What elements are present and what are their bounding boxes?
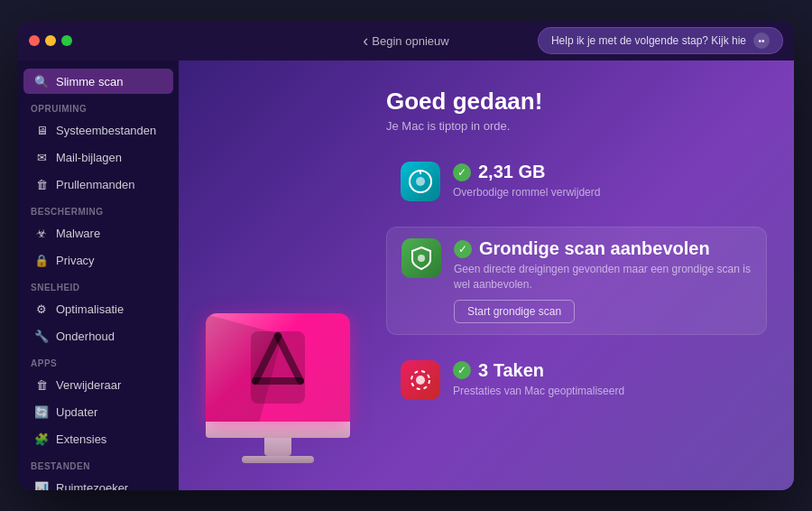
traffic-lights [29, 35, 72, 46]
sidebar-item-privacy[interactable]: 🔒 Privacy [23, 247, 173, 273]
verwijderaar-icon: 🗑 [34, 377, 49, 392]
storage-result-content: ✓ 2,31 GB Overbodige rommel verwijderd [453, 162, 752, 200]
prullenmanden-icon: 🗑 [34, 177, 49, 191]
tasks-description: Prestaties van Mac geoptimaliseerd [453, 384, 752, 399]
main-window: Begin opnieuw Help ik je met de volgende… [18, 21, 794, 490]
section-opruiming: Opruiming [18, 95, 179, 116]
sidebar-item-ruimtezoeker[interactable]: 📊 Ruimtezoeker [23, 475, 173, 490]
scan-title: Grondige scan aanbevolen [479, 238, 710, 259]
cleanmymac-logo-icon [242, 327, 314, 408]
sidebar-label-updater: Updater [56, 405, 97, 419]
scan-icon [401, 238, 441, 278]
sidebar-label-prullenmanden: Prullenmanden [56, 178, 134, 191]
extensies-icon: 🧩 [34, 432, 49, 446]
tasks-icon [401, 360, 440, 400]
tasks-result-content: ✓ 3 Taken Prestaties van Mac geoptimalis… [453, 360, 752, 399]
scan-result-header: ✓ Grondige scan aanbevolen [454, 238, 752, 259]
section-snelheid: Snelheid [18, 274, 179, 295]
svg-point-5 [416, 177, 425, 186]
main-content: 🔍 Slimme scan Opruiming 🖥 Systeembestand… [18, 60, 794, 490]
privacy-icon: 🔒 [34, 253, 49, 267]
shield-icon [409, 246, 434, 271]
titlebar: Begin opnieuw Help ik je met de volgende… [18, 21, 794, 60]
sidebar-item-systeembestanden[interactable]: 🖥 Systeembestanden [23, 117, 173, 143]
close-button[interactable] [29, 35, 40, 46]
back-button[interactable]: Begin opnieuw [363, 33, 448, 49]
sidebar-label-ruimtezoeker: Ruimtezoeker [56, 481, 128, 491]
sidebar-label-extensies: Extensies [56, 432, 106, 446]
scan-description: Geen directe dreigingen gevonden maar ee… [454, 262, 752, 293]
result-item-tasks: ✓ 3 Taken Prestaties van Mac geoptimalis… [386, 349, 767, 411]
malware-icon: ☣ [34, 226, 49, 240]
sidebar-label-privacy: Privacy [56, 254, 95, 267]
content-area: Goed gedaan! Je Mac is tiptop in orde. ✓ [179, 60, 794, 490]
sidebar-item-optimalisatie[interactable]: ⚙ Optimalisatie [23, 296, 173, 321]
section-apps: Apps [18, 349, 179, 371]
gear-icon [408, 367, 433, 393]
svg-point-8 [416, 376, 425, 385]
svg-point-7 [418, 255, 425, 262]
mail-bijlagen-icon: ✉ [34, 150, 49, 164]
onderhoud-icon: 🔧 [34, 329, 49, 343]
result-item-scan: ✓ Grondige scan aanbevolen Geen directe … [386, 227, 767, 335]
sidebar-item-onderhoud[interactable]: 🔧 Onderhoud [23, 323, 173, 348]
help-label: Help ik je met de volgende stap? Kijk hi… [551, 34, 746, 47]
section-bescherming: Bescherming [18, 198, 179, 219]
help-button[interactable]: Help ik je met de volgende stap? Kijk hi… [538, 27, 783, 54]
sidebar-label-slimme-scan: Slimme scan [56, 75, 123, 88]
result-heading: Goed gedaan! [386, 88, 767, 116]
ruimtezoeker-icon: 📊 [34, 480, 49, 490]
imac-chin [206, 422, 350, 438]
optimalisatie-icon: ⚙ [34, 302, 49, 316]
illustration-area [179, 60, 377, 490]
sidebar-item-verwijderaar[interactable]: 🗑 Verwijderaar [23, 372, 173, 397]
imac-illustration [197, 313, 359, 463]
sidebar-label-malware: Malware [56, 227, 100, 240]
imac-screen [206, 313, 350, 422]
sidebar-label-mail-bijlagen: Mail-bijlagen [56, 151, 122, 164]
back-label: Begin opnieuw [372, 34, 448, 48]
maximize-button[interactable] [61, 35, 72, 46]
sidebar-item-mail-bijlagen[interactable]: ✉ Mail-bijlagen [23, 144, 173, 170]
section-bestanden: Bestanden [18, 452, 179, 474]
titlebar-center: Begin opnieuw [363, 33, 448, 49]
storage-description: Overbodige rommel verwijderd [453, 185, 752, 200]
systeembestanden-icon: 🖥 [34, 123, 49, 137]
sidebar-item-updater[interactable]: 🔄 Updater [23, 399, 173, 424]
slimme-scan-icon: 🔍 [34, 74, 49, 88]
storage-result-header: ✓ 2,31 GB [453, 162, 752, 182]
sidebar-item-malware[interactable]: ☣ Malware [23, 220, 173, 246]
sidebar-label-verwijderaar: Verwijderaar [56, 378, 121, 392]
updater-icon: 🔄 [34, 404, 49, 419]
scan-result-content: ✓ Grondige scan aanbevolen Geen directe … [454, 238, 752, 323]
sidebar-item-extensies[interactable]: 🧩 Extensies [23, 426, 173, 451]
sidebar-label-onderhoud: Onderhoud [56, 330, 115, 343]
sidebar-label-systeembestanden: Systeembestanden [56, 124, 156, 137]
imac-base [242, 456, 314, 463]
scan-check-icon: ✓ [454, 240, 472, 258]
storage-icon [401, 162, 440, 201]
tasks-result-header: ✓ 3 Taken [453, 360, 752, 381]
storage-amount: 2,31 GB [478, 162, 545, 182]
sidebar-label-optimalisatie: Optimalisatie [56, 302, 124, 316]
results-area: Goed gedaan! Je Mac is tiptop in orde. ✓ [377, 60, 794, 490]
disk-icon [408, 169, 433, 194]
sidebar-item-slimme-scan[interactable]: 🔍 Slimme scan [23, 69, 173, 94]
start-grondige-scan-button[interactable]: Start grondige scan [454, 300, 575, 323]
minimize-button[interactable] [45, 35, 56, 46]
storage-check-icon: ✓ [453, 163, 471, 181]
sidebar-item-prullenmanden[interactable]: 🗑 Prullenmanden [23, 172, 173, 197]
tasks-amount: 3 Taken [478, 360, 544, 381]
result-subheading: Je Mac is tiptop in orde. [386, 119, 767, 133]
imac-stand [264, 438, 291, 456]
result-item-storage: ✓ 2,31 GB Overbodige rommel verwijderd [386, 151, 767, 212]
help-dots-icon: •• [753, 33, 770, 49]
tasks-check-icon: ✓ [453, 361, 471, 379]
sidebar: 🔍 Slimme scan Opruiming 🖥 Systeembestand… [18, 60, 179, 490]
